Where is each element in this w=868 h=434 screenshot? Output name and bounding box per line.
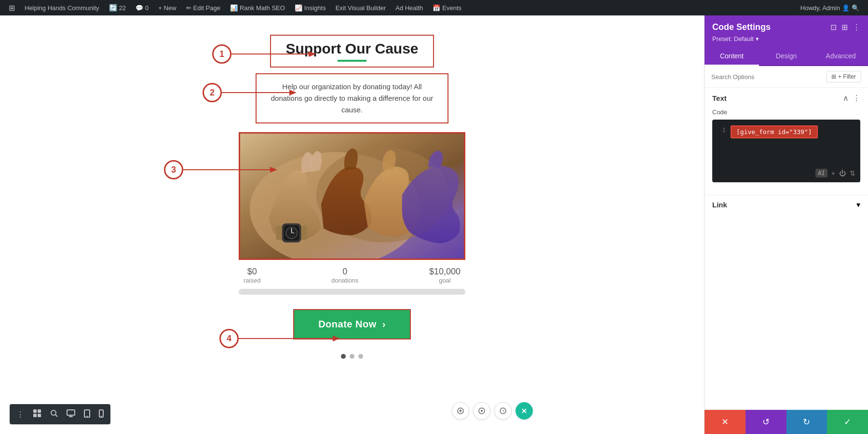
float-btn-help[interactable]: ? bbox=[494, 402, 512, 420]
panel-columns-icon[interactable]: ⊞ bbox=[841, 23, 848, 32]
donate-button-wrapper: Donate Now › bbox=[293, 309, 411, 339]
annotation-3: 3 bbox=[164, 160, 183, 179]
confirm-action-button[interactable]: ✓ bbox=[827, 410, 868, 434]
donate-button-label: Donate Now bbox=[318, 319, 377, 330]
text-section-icons: ∧ ⋮ bbox=[843, 94, 860, 103]
search-options-input[interactable] bbox=[711, 73, 822, 81]
raised-label: raised bbox=[244, 277, 260, 284]
tab-content[interactable]: Content bbox=[705, 47, 759, 66]
panel-spacer bbox=[705, 214, 868, 409]
cancel-action-button[interactable]: ✕ bbox=[705, 410, 746, 434]
updates[interactable]: 🔄 22 bbox=[104, 0, 131, 15]
power-icon[interactable]: ⏻ bbox=[839, 169, 846, 177]
rank-math[interactable]: 📊 Rank Math SEO bbox=[225, 0, 290, 15]
new-label: + New bbox=[158, 4, 176, 12]
redo-action-button[interactable]: ↻ bbox=[787, 410, 827, 434]
stats-row: $0 raised 0 donations $10,000 goal bbox=[239, 267, 465, 284]
svg-rect-23 bbox=[67, 410, 75, 415]
desktop-icon[interactable] bbox=[65, 407, 77, 421]
raised-stat: $0 raised bbox=[244, 267, 260, 284]
panel-expand-icon[interactable]: ⊡ bbox=[830, 23, 837, 32]
code-editor-content: 1 [give_form id="339"] bbox=[718, 125, 854, 138]
mobile-icon[interactable] bbox=[97, 407, 106, 421]
svg-point-34 bbox=[481, 410, 483, 412]
text-section-header: Text ∧ ⋮ bbox=[712, 94, 860, 103]
carousel-dot-3[interactable] bbox=[358, 354, 363, 359]
main-layout: Support Our Cause Help our organization … bbox=[0, 15, 868, 434]
code-editor[interactable]: 1 [give_form id="339"] AI + ⏻ ⇅ bbox=[712, 120, 860, 182]
section-more-icon[interactable]: ⋮ bbox=[853, 94, 860, 103]
float-btn-1[interactable] bbox=[452, 402, 469, 420]
code-snippet[interactable]: [give_form id="339"] bbox=[731, 125, 818, 138]
panel-header-top: Code Settings ⊡ ⊞ ⋮ bbox=[712, 22, 860, 32]
float-btn-2[interactable] bbox=[473, 402, 490, 420]
link-section-title: Link bbox=[712, 201, 727, 209]
site-name-label: Helping Hands Community bbox=[25, 4, 99, 12]
edit-page-label: Edit Page bbox=[193, 4, 220, 12]
description-text: Help our organization by donating today!… bbox=[266, 81, 438, 116]
events-icon: 📅 bbox=[433, 4, 440, 12]
search-toolbar-icon[interactable] bbox=[48, 407, 60, 421]
donate-now-button[interactable]: Donate Now › bbox=[294, 310, 410, 339]
tab-design[interactable]: Design bbox=[759, 47, 814, 65]
panel-header: Code Settings ⊡ ⊞ ⋮ Preset: Default ▾ bbox=[705, 15, 868, 47]
comments-icon: 💬 bbox=[136, 4, 143, 12]
panel-more-icon[interactable]: ⋮ bbox=[853, 23, 860, 32]
sort-icon[interactable]: ⇅ bbox=[850, 169, 855, 177]
page-heading: Support Our Cause bbox=[285, 41, 418, 57]
add-code-icon[interactable]: + bbox=[831, 169, 835, 177]
redo-icon: ↻ bbox=[803, 417, 810, 427]
carousel-dots bbox=[341, 354, 363, 359]
new-button[interactable]: + New bbox=[153, 0, 181, 15]
events-label: Events bbox=[442, 4, 461, 12]
confirm-icon: ✓ bbox=[844, 417, 851, 427]
tablet-icon[interactable] bbox=[82, 407, 92, 421]
ad-health[interactable]: Ad Health bbox=[391, 0, 428, 15]
ai-icon[interactable]: AI bbox=[815, 169, 827, 177]
goal-stat: $10,000 goal bbox=[429, 267, 461, 284]
svg-text:?: ? bbox=[502, 409, 504, 414]
carousel-dot-2[interactable] bbox=[350, 354, 354, 359]
panel-preset[interactable]: Preset: Default ▾ bbox=[712, 35, 860, 42]
edit-page[interactable]: ✏ Edit Page bbox=[181, 0, 225, 15]
events[interactable]: 📅 Events bbox=[428, 0, 466, 15]
edit-icon: ✏ bbox=[186, 4, 191, 12]
howdy-section: Howdy, Admin 👤 🔍 bbox=[796, 4, 864, 12]
svg-point-27 bbox=[87, 416, 88, 417]
exit-builder-label: Exit Visual Builder bbox=[336, 4, 386, 12]
carousel-dot-1[interactable] bbox=[341, 354, 346, 359]
hands-image bbox=[240, 134, 464, 258]
svg-rect-20 bbox=[38, 414, 41, 417]
grid-icon[interactable] bbox=[31, 407, 43, 421]
preset-chevron-icon: ▾ bbox=[756, 35, 759, 42]
site-name[interactable]: Helping Hands Community bbox=[20, 0, 104, 15]
wp-logo[interactable]: ⊞ bbox=[4, 0, 20, 15]
donations-label: donations bbox=[331, 277, 358, 284]
donations-value: 0 bbox=[331, 267, 358, 277]
undo-action-button[interactable]: ↺ bbox=[746, 410, 787, 434]
svg-rect-17 bbox=[33, 409, 37, 413]
tab-advanced[interactable]: Advanced bbox=[814, 47, 868, 65]
filter-button[interactable]: ⊞ + Filter bbox=[826, 71, 861, 82]
cancel-icon: ✕ bbox=[721, 417, 729, 427]
link-section-header[interactable]: Link ▾ bbox=[712, 200, 860, 209]
howdy-label: Howdy, Admin bbox=[800, 4, 840, 12]
heading-underline bbox=[338, 60, 366, 62]
code-editor-toolbar: AI + ⏻ ⇅ bbox=[815, 169, 855, 177]
panel-header-icons: ⊡ ⊞ ⋮ bbox=[830, 23, 860, 32]
settings-icon[interactable]: ⋮ bbox=[14, 408, 26, 421]
float-btn-close[interactable] bbox=[515, 402, 533, 420]
search-admin-icon[interactable]: 🔍 bbox=[852, 4, 859, 12]
exit-builder[interactable]: Exit Visual Builder bbox=[331, 0, 391, 15]
panel-tabs: Content Design Advanced bbox=[705, 47, 868, 66]
collapse-icon[interactable]: ∧ bbox=[843, 94, 849, 103]
text-section: Text ∧ ⋮ Code 1 [give_form id="339"] AI … bbox=[705, 88, 868, 195]
comments-count: 0 bbox=[145, 4, 149, 12]
description-section: Help our organization by donating today!… bbox=[256, 73, 448, 123]
link-chevron-icon: ▾ bbox=[856, 200, 860, 209]
comments[interactable]: 💬 0 bbox=[131, 0, 153, 15]
right-float-buttons: ? bbox=[452, 402, 533, 420]
insights-icon: 📈 bbox=[295, 4, 302, 12]
admin-bar: ⊞ Helping Hands Community 🔄 22 💬 0 + New… bbox=[0, 0, 868, 15]
insights[interactable]: 📈 Insights bbox=[290, 0, 331, 15]
